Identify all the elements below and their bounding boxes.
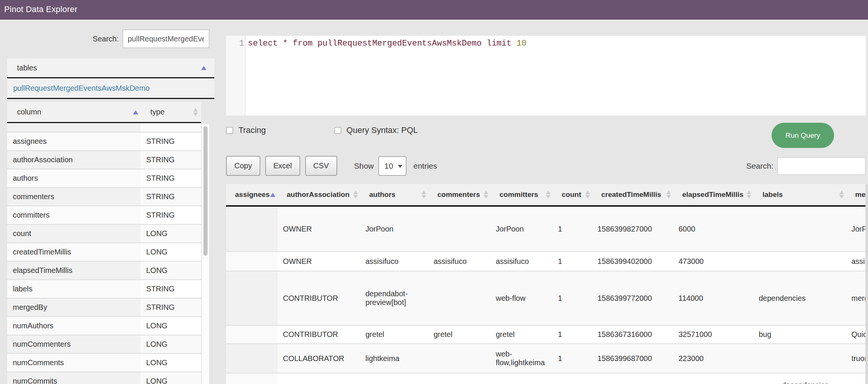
cell-createdTimeMillis: 1586367316000: [592, 325, 673, 344]
results-row: OWNERassisifucoassisifucoassisifuco11586…: [226, 251, 866, 271]
column-header-elapsedTimeMillis[interactable]: elapsedTimeMillis: [673, 184, 753, 206]
schema-column-type: STRING: [141, 280, 201, 298]
table-link[interactable]: pullRequestMergedEventsAwsMskDemo: [13, 84, 150, 93]
column-header-label: column: [17, 108, 41, 116]
schema-column-type: STRING: [141, 151, 201, 169]
run-query-button[interactable]: Run Query: [772, 123, 834, 148]
column-header-label: commenters: [437, 190, 480, 198]
copy-button[interactable]: Copy: [226, 156, 260, 176]
sql-token-keyword: limit: [487, 39, 512, 48]
schema-column-type: STRING: [141, 187, 201, 206]
column-header-column[interactable]: column: [7, 102, 141, 123]
page-size-select[interactable]: 10: [378, 156, 406, 176]
cell-labels: bug: [753, 325, 846, 344]
cell-createdTimeMillis: 1586399402000: [592, 251, 673, 271]
cell-count: 1: [553, 206, 592, 251]
cell-authors: [360, 373, 428, 384]
column-header-commenters[interactable]: commenters: [428, 184, 491, 206]
sort-both-icon: [422, 190, 426, 199]
column-header-committers[interactable]: committers: [491, 184, 553, 206]
pql-checkbox[interactable]: [334, 127, 341, 134]
tables-search-input[interactable]: [122, 29, 209, 48]
schema-row: assigneesSTRING: [7, 132, 201, 151]
cell-elapsedTimeMillis: 223000: [673, 344, 753, 373]
cell-assignees: [226, 271, 278, 325]
column-header-label: assignees: [235, 190, 270, 198]
results-row: OWNERJorPoonJorPoon115863998270006000Jor…: [226, 206, 866, 251]
sort-both-icon: [193, 108, 198, 117]
schema-column-type: LONG: [141, 224, 201, 243]
cell-authorAssociation: OWNER: [278, 206, 360, 251]
cell-mergedBy: assisifuco: [846, 251, 866, 271]
cell-assignees: [226, 206, 278, 251]
tables-list-header[interactable]: tables: [7, 58, 214, 78]
column-header-authorAssociation[interactable]: authorAssociation: [278, 184, 360, 206]
cell-mergedBy: mergify[bot]: [846, 271, 866, 325]
cell-elapsedTimeMillis: 6000: [673, 206, 753, 251]
sort-both-icon: [546, 190, 551, 199]
table-list-item: pullRequestMergedEventsAwsMskDemo: [7, 78, 214, 99]
schema-column-name: count: [7, 224, 141, 243]
cell-labels: [753, 251, 846, 271]
results-scrollbar[interactable]: [865, 184, 868, 384]
schema-scrollbar-thumb[interactable]: [203, 126, 208, 256]
column-header-mergedBy[interactable]: mergedBy: [846, 184, 866, 206]
schema-column-name: numCommits: [7, 372, 141, 384]
tables-list-header-label: tables: [17, 64, 37, 72]
pql-control: Query Syntax: PQL: [334, 125, 418, 135]
schema-column-name: labels: [7, 280, 141, 298]
tracing-control: Tracing: [226, 125, 266, 135]
cell-committers: web-flow: [491, 271, 553, 325]
column-header-createdTimeMillis[interactable]: createdTimeMillis: [592, 184, 673, 206]
column-header-label: createdTimeMillis: [601, 190, 661, 198]
app-title: Pinot Data Explorer: [4, 5, 78, 14]
page-size-value: 10: [384, 162, 393, 171]
cell-commenters: assisifuco: [428, 251, 491, 271]
editor-code-line[interactable]: select * from pullRequestMergedEventsAws…: [248, 36, 866, 49]
results-row: COLLABORATORlightkeimaweb-flow,lightkeim…: [226, 344, 866, 373]
schema-row: commentersSTRING: [7, 187, 201, 206]
cell-elapsedTimeMillis: 32571000: [673, 325, 753, 344]
schema-row: countLONG: [7, 224, 201, 243]
cell-mergedBy: truongtx: [846, 344, 866, 373]
cell-createdTimeMillis: 1586399772000: [592, 271, 673, 325]
results-search-label: Search:: [746, 162, 773, 171]
results-row: CONTRIBUTORdependabot-preview[bot]web-fl…: [226, 271, 866, 325]
schema-column-name: numCommenters: [7, 335, 141, 354]
column-header-authors[interactable]: authors: [360, 184, 428, 206]
schema-column-type: LONG: [141, 243, 201, 261]
select-caret-icon: [398, 165, 402, 168]
sql-token-identifier: pullRequestMergedEventsAwsMskDemo: [318, 39, 482, 48]
sort-both-icon: [839, 190, 844, 199]
column-header-label: type: [150, 108, 165, 116]
cell-labels: [753, 344, 846, 373]
cell-authors: JorPoon: [360, 206, 428, 251]
cell-committers: web-flow,lightkeima: [491, 344, 553, 373]
show-entries-label: Show: [354, 162, 374, 171]
sort-asc-icon: [133, 110, 138, 114]
cell-committers: JorPoon: [491, 206, 553, 251]
schema-row: [7, 123, 201, 132]
query-editor[interactable]: 1 select * from pullRequestMergedEventsA…: [226, 36, 866, 116]
column-header-labels[interactable]: labels: [753, 184, 846, 206]
tracing-label: Tracing: [238, 125, 266, 135]
sort-both-icon: [585, 190, 590, 199]
tracing-checkbox[interactable]: [226, 127, 233, 134]
schema-table-scrollbar[interactable]: [202, 124, 209, 384]
column-header-label: committers: [500, 190, 538, 198]
column-header-count[interactable]: count: [553, 184, 592, 206]
schema-row: authorAssociationSTRING: [7, 151, 201, 169]
cell-committers: gretel: [491, 325, 553, 344]
column-header-type[interactable]: type: [141, 102, 201, 123]
cell-count: [553, 373, 592, 384]
schema-column-type: LONG: [141, 335, 201, 354]
column-header-assignees[interactable]: assignees: [226, 184, 278, 206]
cell-commenters: [428, 344, 491, 373]
csv-button[interactable]: CSV: [305, 156, 337, 176]
cell-createdTimeMillis: [592, 373, 673, 384]
sql-token-plain: [313, 39, 318, 48]
schema-column-name: mergedBy: [7, 298, 141, 317]
excel-button[interactable]: Excel: [265, 156, 300, 176]
results-search-input[interactable]: [777, 157, 866, 175]
schema-column-type: STRING: [141, 206, 201, 224]
